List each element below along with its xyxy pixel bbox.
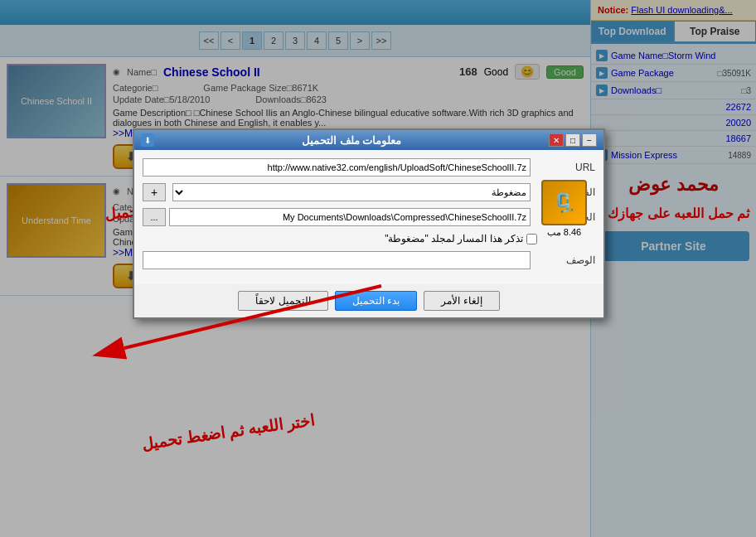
modal-desc-input[interactable] xyxy=(143,251,531,269)
winrar-size: 8.46 مب xyxy=(541,227,587,238)
modal-category-row: الفئات مضغوطة + xyxy=(143,183,595,201)
modal-logo-icon: ⬇ xyxy=(141,133,154,147)
modal-cancel-btn[interactable]: إلغاء الأمر xyxy=(424,291,499,311)
modal-close-btn[interactable]: ✕ xyxy=(549,133,564,147)
modal-remember-label: تذكر هذا المسار لمجلد "مضغوطة" xyxy=(385,233,523,244)
modal-category-select[interactable]: مضغوطة xyxy=(172,183,531,201)
modal-start-btn[interactable]: بدء التحميل xyxy=(335,291,417,311)
modal-add-btn[interactable]: + xyxy=(143,183,166,201)
modal-url-input[interactable] xyxy=(143,158,531,177)
modal-controls: − □ ✕ xyxy=(549,133,597,147)
modal-url-label: URL xyxy=(537,162,595,173)
modal-maximize-btn[interactable]: □ xyxy=(565,133,580,147)
modal-schedule-btn[interactable]: التحميل لاحقاً xyxy=(238,291,327,311)
modal-path-input[interactable] xyxy=(169,208,531,226)
page-wrapper: << < 1 2 3 4 5 > >> Chinese School II ◉ … xyxy=(0,0,756,537)
modal-body: URL الفئات مضغوطة + الحفظ باسم ... xyxy=(134,150,603,284)
modal-desc-label: الوصف xyxy=(537,254,595,266)
modal-minimize-btn[interactable]: − xyxy=(582,133,597,147)
modal-remember-checkbox[interactable] xyxy=(526,234,537,244)
winrar-icon: 🗜️ xyxy=(541,180,587,225)
modal-desc-row: الوصف xyxy=(143,251,595,269)
modal-title-text: معلومات ملف التحميل xyxy=(302,134,401,147)
modal-window: − □ ✕ معلومات ملف التحميل ⬇ URL الفئات xyxy=(133,128,605,319)
modal-path-row: ... xyxy=(143,208,531,226)
winrar-area: 🗜️ 8.46 مب xyxy=(541,180,587,238)
modal-saveas-row: الحفظ باسم ... xyxy=(143,208,595,226)
modal-checkbox-row: تذكر هذا المسار لمجلد "مضغوطة" xyxy=(143,233,595,244)
modal-titlebar: − □ ✕ معلومات ملف التحميل ⬇ xyxy=(134,130,603,150)
modal-browse-btn[interactable]: ... xyxy=(143,208,166,226)
modal-url-row: URL xyxy=(143,158,595,177)
modal-footer: إلغاء الأمر بدء التحميل التحميل لاحقاً xyxy=(134,284,603,317)
modal-overlay: − □ ✕ معلومات ملف التحميل ⬇ URL الفئات xyxy=(0,0,756,537)
